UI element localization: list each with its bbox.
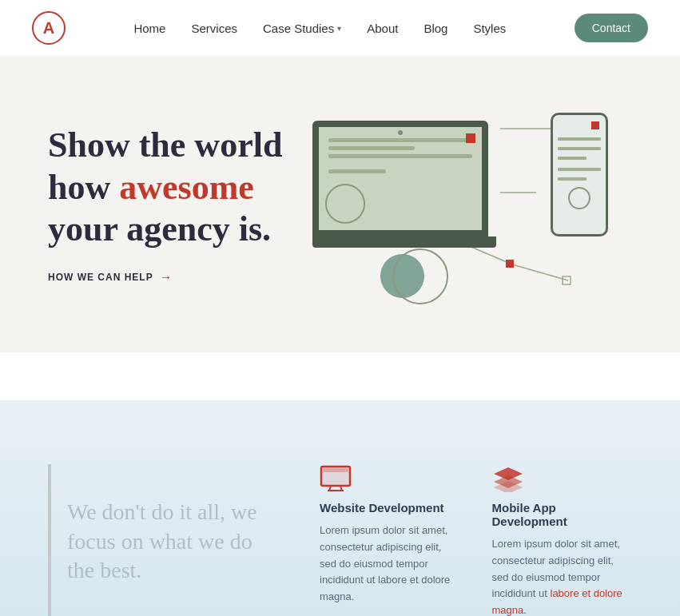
- hero-text: Show the world how awesome your agency i…: [48, 125, 282, 284]
- logo[interactable]: A: [32, 11, 66, 45]
- nav-item-blog[interactable]: Blog: [424, 22, 447, 35]
- laptop-screen: [312, 121, 488, 236]
- hero-headline: Show the world how awesome your agency i…: [48, 125, 282, 251]
- website-dev-title: Website Development: [320, 501, 460, 515]
- phone-line-2: [558, 147, 601, 150]
- stack-icon-svg: [492, 465, 524, 492]
- mobile-dev-link[interactable]: labore et dolore magna.: [492, 587, 622, 616]
- circle-outline: [392, 248, 448, 304]
- svg-rect-9: [323, 468, 348, 472]
- service-card-mobile: Mobile App Development Lorem ipsum dolor…: [492, 464, 633, 616]
- mobile-dev-icon: [492, 464, 524, 493]
- laptop-camera-dot: [398, 130, 403, 135]
- phone-line-3: [558, 157, 587, 160]
- screen-line-1: [328, 138, 472, 142]
- phone-circle: [568, 187, 591, 209]
- nav-item-case-studies[interactable]: Case Studies ▾: [263, 22, 341, 35]
- mobile-dev-title: Mobile App Development: [492, 501, 633, 528]
- laptop-illustration: [312, 121, 496, 264]
- mobile-dev-desc: Lorem ipsum dolor sit amet, consectetur …: [492, 536, 633, 616]
- screen-line-4: [328, 169, 386, 173]
- svg-rect-5: [506, 260, 514, 268]
- screen-line-3: [328, 154, 472, 158]
- section-spacer: [0, 352, 680, 400]
- nav-item-services[interactable]: Services: [191, 22, 237, 35]
- website-dev-icon: [320, 464, 352, 493]
- hero-section: Show the world how awesome your agency i…: [0, 57, 680, 352]
- phone-illustration: [551, 113, 608, 236]
- website-dev-desc: Lorem ipsum dolor sit amet, consectetur …: [320, 523, 460, 606]
- service-cards-container: Website Development Lorem ipsum dolor si…: [288, 464, 632, 616]
- services-section: We don't do it all, we focus on what we …: [0, 400, 680, 616]
- svg-line-4: [512, 264, 568, 280]
- screen-circle: [325, 184, 365, 224]
- services-tagline: We don't do it all, we focus on what we …: [48, 464, 288, 616]
- nav-item-about[interactable]: About: [367, 22, 398, 35]
- phone-line-4: [558, 168, 601, 171]
- nav-item-styles[interactable]: Styles: [473, 22, 506, 35]
- contact-button[interactable]: Contact: [575, 14, 648, 42]
- screen-content: [328, 138, 472, 177]
- arrow-right-icon: →: [160, 270, 173, 284]
- phone-red-rect: [591, 121, 599, 129]
- phone-line-1: [558, 137, 601, 141]
- laptop-base: [312, 236, 496, 248]
- hero-cta-link[interactable]: HOW WE CAN HELP →: [48, 270, 282, 284]
- screen-red-rect: [466, 133, 475, 143]
- hero-illustration: [296, 105, 632, 304]
- nav-item-home[interactable]: Home: [133, 22, 165, 35]
- service-card-website: Website Development Lorem ipsum dolor si…: [320, 464, 460, 606]
- main-nav: A Home Services Case Studies ▾ About Blo…: [0, 0, 680, 57]
- monitor-icon-svg: [320, 465, 352, 492]
- nav-links: Home Services Case Studies ▾ About Blog …: [133, 22, 506, 35]
- chevron-down-icon: ▾: [337, 24, 341, 33]
- phone-line-5: [558, 177, 587, 181]
- screen-line-2: [328, 146, 415, 150]
